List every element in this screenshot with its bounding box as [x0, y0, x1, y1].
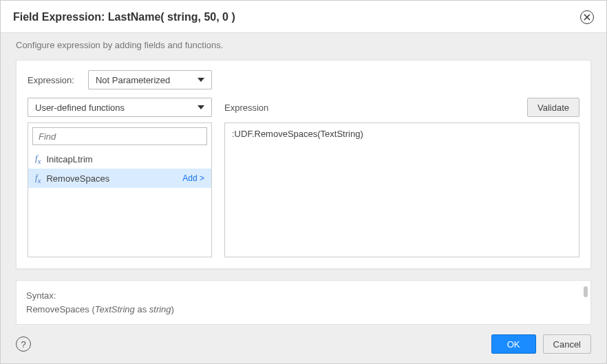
expression-pane: Expression Validate :UDF.RemoveSpaces(Te…	[224, 98, 579, 257]
cancel-button[interactable]: Cancel	[543, 334, 591, 354]
chevron-down-icon	[198, 78, 204, 82]
dialog-footer: ? OK Cancel	[1, 325, 606, 363]
function-search-input[interactable]	[32, 127, 207, 145]
function-name: RemoveSpaces	[46, 173, 177, 184]
fx-icon: fx	[35, 172, 41, 184]
add-function-link[interactable]: Add >	[182, 173, 204, 183]
function-source-value: User-defined functions	[35, 103, 125, 113]
dialog-title: Field Expression: LastName( string, 50, …	[13, 11, 235, 23]
syntax-label: Syntax:	[26, 290, 56, 301]
editor-columns: User-defined functions fx InitcapLtrim f…	[28, 98, 579, 257]
syntax-arg-type: string	[149, 304, 171, 314]
function-list-box: fx InitcapLtrim fx RemoveSpaces Add >	[28, 122, 212, 257]
function-source-select[interactable]: User-defined functions	[28, 98, 212, 117]
search-wrap	[28, 123, 211, 149]
field-expression-dialog: Field Expression: LastName( string, 50, …	[0, 0, 607, 364]
expression-area-label: Expression	[224, 103, 268, 113]
close-icon[interactable]	[580, 10, 594, 24]
syntax-text: Syntax: RemoveSpaces (TextString as stri…	[26, 289, 581, 316]
chevron-down-icon	[198, 105, 204, 109]
help-icon[interactable]: ?	[16, 336, 31, 352]
parameterization-row: Expression: Not Parameterized	[28, 70, 579, 89]
function-name: InitcapLtrim	[46, 154, 204, 164]
expression-textarea[interactable]: :UDF.RemoveSpaces(TextString)	[224, 122, 579, 257]
fx-icon: fx	[35, 153, 41, 165]
syntax-arg: TextString	[95, 304, 135, 314]
syntax-card: Syntax: RemoveSpaces (TextString as stri…	[16, 280, 591, 325]
scrollbar-thumb[interactable]	[584, 286, 588, 297]
parameterization-value: Not Parameterized	[96, 75, 170, 85]
footer-buttons: OK Cancel	[491, 334, 591, 354]
validate-button[interactable]: Validate	[527, 98, 579, 117]
syntax-as: as	[137, 304, 147, 314]
functions-pane: User-defined functions fx InitcapLtrim f…	[28, 98, 212, 257]
parameterization-select[interactable]: Not Parameterized	[88, 70, 212, 89]
main-card: Expression: Not Parameterized User-defin…	[16, 60, 591, 269]
function-list: fx InitcapLtrim fx RemoveSpaces Add >	[28, 149, 211, 257]
expression-header: Expression Validate	[224, 98, 579, 117]
dialog-subtitle: Configure expression by adding fields an…	[1, 33, 606, 60]
titlebar: Field Expression: LastName( string, 50, …	[1, 1, 606, 33]
expression-label: Expression:	[28, 75, 74, 85]
function-item-removespaces[interactable]: fx RemoveSpaces Add >	[28, 169, 211, 188]
syntax-fn: RemoveSpaces	[26, 304, 89, 314]
function-item-initcapltrim[interactable]: fx InitcapLtrim	[28, 149, 211, 169]
ok-button[interactable]: OK	[491, 334, 536, 354]
